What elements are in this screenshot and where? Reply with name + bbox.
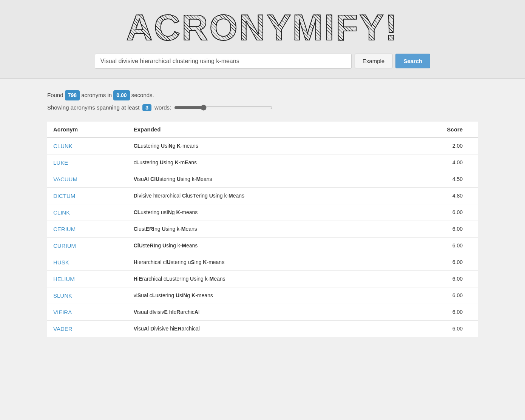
expanded-cell: CLustering UsiNg K-means — [128, 137, 397, 154]
score-cell: 6.00 — [397, 237, 478, 254]
search-input[interactable] — [95, 54, 352, 69]
table-row: CURIUMClUsteRIng Using k-Means6.00 — [47, 237, 478, 254]
expanded-cell: ClustERIng Using k-Means — [128, 221, 397, 237]
score-cell: 4.00 — [397, 154, 478, 171]
search-bar: Example Search — [0, 54, 525, 69]
expanded-cell: viSual cLustering UsiNg K-means — [128, 287, 397, 304]
table-row: VIEIRAVisual dIvisivE hIeRarchicAl6.00 — [47, 304, 478, 320]
found-mid: acronyms in — [81, 92, 112, 98]
score-cell: 6.00 — [397, 320, 478, 337]
acronym-cell: HUSK — [47, 254, 128, 270]
time-badge: 0.00 — [113, 90, 130, 100]
showing-prefix: Showing acronyms spanning at least — [47, 104, 139, 111]
search-button[interactable]: Search — [395, 54, 430, 68]
acronym-link[interactable]: SLUNK — [53, 292, 72, 299]
table-row: VACUUMVisuAl ClUstering Using k-Means4.5… — [47, 171, 478, 187]
acronym-cell: CURIUM — [47, 237, 128, 254]
table-body: CLUNKCLustering UsiNg K-means2.00LUKEcLu… — [47, 137, 478, 337]
acronym-cell: VACUUM — [47, 171, 128, 187]
table-header: Acronym Expanded Score — [47, 122, 478, 137]
expanded-cell: ClUsteRIng Using k-Means — [128, 237, 397, 254]
expanded-cell: Divisive hIerarchical ClusTering Using k… — [128, 187, 397, 204]
acronym-cell: VADER — [47, 320, 128, 337]
example-button[interactable]: Example — [355, 54, 392, 68]
table-row: SLUNKviSual cLustering UsiNg K-means6.00 — [47, 287, 478, 304]
acronym-link[interactable]: VACUUM — [53, 176, 77, 182]
span-slider[interactable] — [174, 105, 272, 111]
found-count-badge: 798 — [65, 90, 80, 100]
acronym-cell: LUKE — [47, 154, 128, 171]
stats-found: Found 798 acronyms in 0.00 seconds. — [47, 90, 478, 100]
expanded-cell: HiErarchical cLusterIng Using k-Means — [128, 270, 397, 287]
acronym-link[interactable]: DICTUM — [53, 193, 75, 199]
col-header-acronym: Acronym — [47, 122, 128, 137]
col-header-score: Score — [397, 122, 478, 137]
found-suffix: seconds. — [131, 92, 154, 98]
expanded-cell: Visual dIvisivE hIeRarchicAl — [128, 304, 397, 320]
score-cell: 4.80 — [397, 187, 478, 204]
table-row: CERIUMClustERIng Using k-Means6.00 — [47, 221, 478, 237]
acronym-link[interactable]: CERIUM — [53, 226, 76, 232]
table-row: HELIUMHiErarchical cLusterIng Using k-Me… — [47, 270, 478, 287]
acronym-cell: CLINK — [47, 204, 128, 221]
score-cell: 6.00 — [397, 270, 478, 287]
col-header-expanded: Expanded — [128, 122, 397, 137]
slider-row: Showing acronyms spanning at least 3 wor… — [47, 104, 478, 111]
main-content: Found 798 acronyms in 0.00 seconds. Show… — [40, 79, 485, 352]
table-row: CLUNKCLustering UsiNg K-means2.00 — [47, 137, 478, 154]
score-cell: 6.00 — [397, 204, 478, 221]
score-cell: 4.50 — [397, 171, 478, 187]
found-prefix: Found — [47, 92, 63, 98]
acronym-link[interactable]: CURIUM — [53, 242, 76, 249]
acronym-cell: DICTUM — [47, 187, 128, 204]
app-title: ACRONYMIFY! — [126, 8, 398, 48]
table-row: VADERVisuAl Divisive hiERarchical6.00 — [47, 320, 478, 337]
expanded-cell: Hierarchical clUstering uSing K-means — [128, 254, 397, 270]
acronym-link[interactable]: VADER — [53, 326, 73, 332]
score-cell: 6.00 — [397, 221, 478, 237]
showing-suffix: words: — [154, 104, 171, 111]
acronym-cell: CLUNK — [47, 137, 128, 154]
results-table: Acronym Expanded Score CLUNKCLustering U… — [47, 122, 478, 337]
acronym-cell: HELIUM — [47, 270, 128, 287]
acronym-cell: CERIUM — [47, 221, 128, 237]
acronym-link[interactable]: VIEIRA — [53, 309, 72, 315]
table-row: DICTUMDivisive hIerarchical ClusTering U… — [47, 187, 478, 204]
span-badge: 3 — [142, 104, 151, 111]
app-header: ACRONYMIFY! Example Search — [0, 0, 525, 79]
score-cell: 6.00 — [397, 304, 478, 320]
table-row: LUKEcLustering Using K-mEans4.00 — [47, 154, 478, 171]
table-row: HUSKHierarchical clUstering uSing K-mean… — [47, 254, 478, 270]
expanded-cell: CLustering usINg K-means — [128, 204, 397, 221]
acronym-cell: VIEIRA — [47, 304, 128, 320]
score-cell: 6.00 — [397, 254, 478, 270]
expanded-cell: VisuAl Divisive hiERarchical — [128, 320, 397, 337]
acronym-link[interactable]: CLINK — [53, 209, 70, 216]
score-cell: 2.00 — [397, 137, 478, 154]
expanded-cell: cLustering Using K-mEans — [128, 154, 397, 171]
table-row: CLINKCLustering usINg K-means6.00 — [47, 204, 478, 221]
acronym-link[interactable]: HUSK — [53, 259, 69, 266]
acronym-link[interactable]: HELIUM — [53, 276, 75, 282]
expanded-cell: VisuAl ClUstering Using k-Means — [128, 171, 397, 187]
acronym-link[interactable]: LUKE — [53, 159, 68, 166]
acronym-link[interactable]: CLUNK — [53, 143, 73, 149]
score-cell: 6.00 — [397, 287, 478, 304]
acronym-cell: SLUNK — [47, 287, 128, 304]
